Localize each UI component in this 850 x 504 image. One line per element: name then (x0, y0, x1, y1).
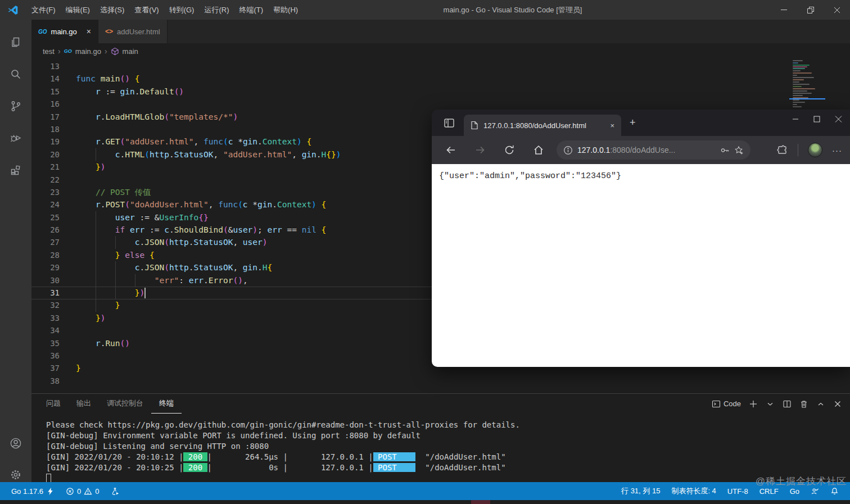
info-icon[interactable] (563, 146, 573, 155)
code-token: ( (164, 238, 169, 247)
encoding-label: UTF-8 (727, 487, 748, 496)
maximize-panel-icon[interactable] (816, 399, 825, 408)
back-icon[interactable] (445, 144, 456, 156)
search-icon[interactable] (9, 67, 22, 81)
minimize-button[interactable] (771, 0, 797, 20)
tab-close-icon[interactable]: × (610, 121, 614, 130)
extensions-puzzle-icon[interactable] (777, 144, 788, 156)
editor-tab-bar: GO main.go × <> addUser.html (31, 20, 850, 43)
eol-status[interactable]: CRLF (756, 487, 782, 496)
browser-maximize-icon[interactable] (813, 113, 820, 125)
code-token: ) (263, 238, 268, 247)
menubar-items: 文件(F)编辑(E)选择(S)查看(V)转到(G)运行(R)终端(T)帮助(H) (26, 0, 303, 20)
code-token: err (268, 225, 282, 234)
code-token: , (194, 137, 204, 146)
code-token: func (76, 74, 96, 83)
tab-size-status[interactable]: 制表符长度: 4 (668, 486, 719, 496)
home-icon[interactable] (533, 144, 544, 156)
menu-item[interactable]: 转到(G) (164, 0, 200, 20)
code-token: gin (257, 200, 272, 209)
menu-item[interactable]: 运行(R) (199, 0, 234, 20)
code-token: "addUser.html" (223, 150, 292, 159)
panel-tab-active[interactable]: 终端 (151, 394, 182, 414)
tab-adduser-html[interactable]: <> addUser.html (98, 20, 168, 43)
line-number: 27 (31, 236, 60, 248)
menu-item[interactable]: 帮助(H) (268, 0, 303, 20)
tab-close-icon[interactable]: × (87, 27, 91, 36)
refresh-icon[interactable] (504, 144, 515, 156)
breadcrumb-folder[interactable]: test (43, 47, 55, 56)
vertical-tabs-icon[interactable] (443, 117, 455, 129)
code-token: , (233, 263, 242, 272)
line-number-gutter: 1314151617181920212223242526272829303132… (31, 60, 60, 387)
indent-guide (96, 236, 96, 248)
breadcrumb: test › GO main.go › main (31, 43, 850, 59)
code-token: gin (302, 150, 317, 159)
panel-tab-item[interactable]: 调试控制台 (99, 394, 151, 414)
go-test-status[interactable] (107, 487, 123, 496)
code-token: POST (105, 200, 125, 209)
panel-tab-item[interactable]: 问题 (38, 394, 69, 414)
run-debug-icon[interactable] (9, 131, 22, 145)
code-token (76, 339, 96, 348)
breadcrumb-file[interactable]: main.go (75, 47, 101, 56)
menu-item[interactable]: 文件(F) (26, 0, 61, 20)
cursor-position-label: 行 31, 列 15 (621, 486, 660, 496)
browser-tab-title: 127.0.0.1:8080/doAddUser.html (483, 121, 586, 130)
minimap-line (793, 93, 812, 94)
menu-item[interactable]: 选择(S) (95, 0, 129, 20)
kill-terminal-icon[interactable] (799, 399, 808, 408)
code-token (317, 200, 322, 209)
code-token: user (243, 238, 263, 247)
code-token: JSON (144, 238, 164, 247)
extensions-icon[interactable] (9, 164, 22, 177)
new-tab-icon[interactable]: + (630, 117, 636, 128)
browser-tab[interactable]: 127.0.0.1:8080/doAddUser.html × (464, 115, 621, 136)
menu-item[interactable]: 查看(V) (129, 0, 164, 20)
url-text[interactable]: 127.0.0.1:8080/doAddUse... (577, 146, 675, 155)
terminal-picker[interactable]: Code (712, 399, 741, 408)
address-bar[interactable]: 127.0.0.1:8080/doAddUse... (557, 140, 750, 160)
menu-item[interactable]: 编辑(E) (61, 0, 95, 20)
terminal-dropdown-icon[interactable] (766, 399, 775, 408)
restore-button[interactable] (797, 0, 824, 20)
terminal-text: | 264.5µs | 127.0.0.1 | (207, 452, 373, 461)
notifications-status[interactable] (827, 487, 842, 496)
terminal-output[interactable]: Please check https://pkg.go.dev/github.c… (46, 420, 844, 483)
explorer-icon[interactable] (9, 35, 22, 49)
settings-gear-icon[interactable] (9, 468, 22, 482)
go-version-status[interactable]: Go 1.17.6 (8, 487, 58, 496)
account-icon[interactable] (9, 437, 22, 450)
code-token: nil (302, 225, 317, 234)
language-mode-status[interactable]: Go (786, 487, 803, 496)
encoding-status[interactable]: UTF-8 (724, 487, 752, 496)
browser-close-icon[interactable] (835, 113, 842, 125)
code-token (125, 225, 130, 234)
indent-guide (115, 261, 116, 274)
browser-page: {"user":"admin","password":"123456"} (432, 164, 850, 367)
cursor-position-status[interactable]: 行 31, 列 15 (618, 486, 663, 496)
profile-avatar[interactable] (808, 143, 822, 157)
problems-status[interactable]: 0 0 (62, 487, 102, 496)
feedback-status[interactable] (807, 487, 822, 496)
minimap-line (793, 68, 805, 69)
line-number: 18 (31, 123, 60, 135)
forward-icon[interactable] (474, 144, 486, 156)
new-terminal-icon[interactable] (749, 399, 758, 408)
menu-item[interactable]: 终端(T) (234, 0, 268, 20)
code-token (76, 87, 96, 96)
panel-tab-item[interactable]: 输出 (69, 394, 99, 414)
breadcrumb-symbol[interactable]: main (123, 47, 138, 56)
source-control-icon[interactable] (9, 99, 22, 113)
code-token: () (120, 74, 130, 83)
close-panel-icon[interactable] (833, 399, 842, 408)
browser-menu-icon[interactable]: ··· (832, 146, 842, 155)
split-terminal-icon[interactable] (783, 399, 792, 408)
code-token: * (233, 137, 242, 146)
password-key-icon[interactable] (720, 146, 730, 155)
line-number: 17 (31, 111, 60, 123)
browser-minimize-icon[interactable] (792, 113, 799, 125)
favorites-star-icon[interactable] (734, 146, 744, 155)
tab-main-go[interactable]: GO main.go × (31, 20, 98, 43)
close-window-button[interactable] (824, 0, 850, 20)
